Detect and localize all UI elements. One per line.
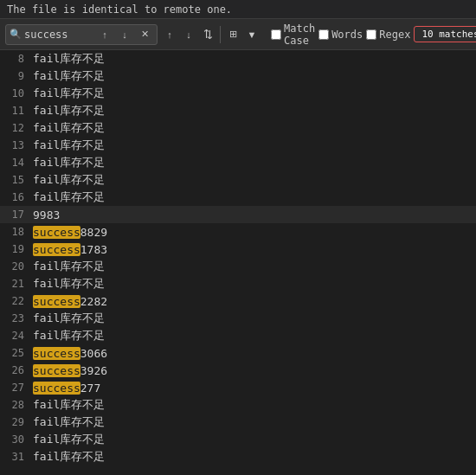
funnel-icon[interactable]: ▼ xyxy=(243,26,261,43)
line-content: fail库存不足 xyxy=(33,414,105,430)
line-number: 8 xyxy=(0,53,33,65)
table-row: 24fail库存不足 xyxy=(0,327,476,344)
line-content: fail库存不足 xyxy=(33,259,105,274)
search-icon: 🔍 xyxy=(10,29,22,40)
line-content: fail库存不足 xyxy=(33,449,105,465)
line-number: 18 xyxy=(0,226,33,238)
line-content: fail库存不足 xyxy=(33,120,105,136)
prev-match-button[interactable]: ↑ xyxy=(96,26,113,43)
status-bar: The file is identical to remote one. xyxy=(0,0,476,19)
search-input[interactable] xyxy=(24,29,93,41)
table-row: 10fail库存不足 xyxy=(0,85,476,102)
table-row: 179983 xyxy=(0,206,476,223)
table-row: 14fail库存不足 xyxy=(0,154,476,171)
line-number: 16 xyxy=(0,191,33,203)
line-content: fail库存不足 xyxy=(33,172,105,188)
line-content: fail库存不足 xyxy=(33,432,105,447)
line-number: 10 xyxy=(0,87,33,99)
table-row: 9fail库存不足 xyxy=(0,67,476,85)
matches-badge: 10 matches xyxy=(414,26,476,42)
line-content: fail库存不足 xyxy=(33,276,105,292)
line-number: 9 xyxy=(0,70,33,82)
separator-1 xyxy=(220,26,221,43)
table-row: 28fail库存不足 xyxy=(0,396,476,414)
words-checkbox[interactable] xyxy=(318,29,329,40)
close-search-button[interactable]: ✕ xyxy=(136,26,153,43)
line-content: success1783 xyxy=(33,243,107,256)
line-number: 19 xyxy=(0,243,33,255)
regex-label: Regex xyxy=(379,29,410,41)
line-content: fail库存不足 xyxy=(33,189,105,205)
line-number: 21 xyxy=(0,278,33,290)
line-number: 17 xyxy=(0,209,33,221)
line-content: 9983 xyxy=(33,209,60,221)
line-content: fail库存不足 xyxy=(33,138,105,153)
line-content: success277 xyxy=(33,382,100,395)
line-content: fail库存不足 xyxy=(33,155,105,170)
match-case-label: Match Case xyxy=(284,22,315,47)
line-content: fail库存不足 xyxy=(33,397,105,413)
words-checkbox-label[interactable]: Words xyxy=(318,29,363,41)
line-number: 27 xyxy=(0,382,33,394)
line-content: fail库存不足 xyxy=(33,311,105,326)
table-row: 18success8829 xyxy=(0,223,476,241)
regex-checkbox[interactable] xyxy=(366,29,376,40)
line-content: fail库存不足 xyxy=(33,86,105,101)
status-message: The file is identical to remote one. xyxy=(7,3,232,16)
match-case-checkbox[interactable] xyxy=(271,29,281,40)
table-row: 29fail库存不足 xyxy=(0,414,476,431)
line-number: 12 xyxy=(0,122,33,134)
table-row: 30fail库存不足 xyxy=(0,431,476,448)
line-number: 13 xyxy=(0,139,33,151)
table-row: 26success3926 xyxy=(0,362,476,379)
line-content: fail库存不足 xyxy=(33,51,105,67)
line-content: fail库存不足 xyxy=(33,68,105,84)
search-input-wrapper: 🔍 ↑ ↓ ✕ xyxy=(5,24,158,45)
down-icon[interactable]: ↓ xyxy=(180,26,197,43)
line-number: 22 xyxy=(0,295,33,307)
line-content: success8829 xyxy=(33,226,107,239)
line-number: 28 xyxy=(0,399,33,411)
table-row: 11fail库存不足 xyxy=(0,102,476,119)
line-content: fail库存不足 xyxy=(33,328,105,343)
up-icon[interactable]: ↑ xyxy=(161,26,178,43)
table-row: 21fail库存不足 xyxy=(0,275,476,292)
line-content: fail库存不足 xyxy=(33,103,105,119)
line-number: 24 xyxy=(0,330,33,342)
table-row: 12fail库存不足 xyxy=(0,119,476,137)
table-row: 13fail库存不足 xyxy=(0,137,476,154)
table-row: 20fail库存不足 xyxy=(0,258,476,275)
table-row: 23fail库存不足 xyxy=(0,310,476,327)
line-number: 23 xyxy=(0,312,33,324)
toolbar-nav-icons: ↑ ↓ ⇅ ⊞ ▼ xyxy=(161,26,261,43)
line-number: 15 xyxy=(0,174,33,186)
filter-icon[interactable]: ⊞ xyxy=(224,26,241,43)
line-number: 20 xyxy=(0,260,33,273)
search-toolbar: 🔍 ↑ ↓ ✕ ↑ ↓ ⇅ ⊞ ▼ Match Case Words Regex… xyxy=(0,19,476,50)
line-number: 14 xyxy=(0,157,33,169)
table-row: 19success1783 xyxy=(0,241,476,258)
line-number: 11 xyxy=(0,105,33,117)
match-case-checkbox-label[interactable]: Match Case xyxy=(271,22,315,47)
regex-checkbox-label[interactable]: Regex xyxy=(366,29,410,41)
table-row: 15fail库存不足 xyxy=(0,171,476,189)
line-number: 30 xyxy=(0,433,33,446)
line-number: 25 xyxy=(0,347,33,359)
line-number: 26 xyxy=(0,364,33,376)
line-number: 29 xyxy=(0,416,33,428)
line-number: 31 xyxy=(0,451,33,463)
code-area[interactable]: 8fail库存不足9fail库存不足10fail库存不足11fail库存不足12… xyxy=(0,50,476,475)
table-row: 25success3066 xyxy=(0,344,476,362)
line-content: success2282 xyxy=(33,295,107,308)
next-match-button[interactable]: ↓ xyxy=(116,26,133,43)
line-content: success3066 xyxy=(33,347,107,360)
line-content: success3926 xyxy=(33,364,107,377)
table-row: 22success2282 xyxy=(0,292,476,310)
table-row: 16fail库存不足 xyxy=(0,189,476,206)
sort-icon[interactable]: ⇅ xyxy=(199,26,216,43)
table-row: 27success277 xyxy=(0,379,476,396)
table-row: 8fail库存不足 xyxy=(0,50,476,67)
table-row: 31fail库存不足 xyxy=(0,448,476,465)
words-label: Words xyxy=(331,29,363,41)
